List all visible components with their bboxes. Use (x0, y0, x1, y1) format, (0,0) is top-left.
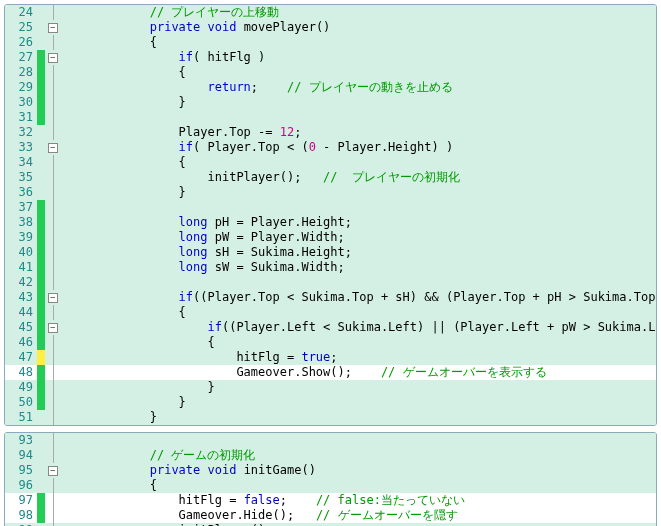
code-text[interactable]: if( hitFlg ) (63, 50, 656, 65)
line-number: 37 (5, 200, 37, 215)
code-line[interactable]: 25 private void movePlayer() (5, 20, 656, 35)
line-number: 48 (5, 365, 37, 380)
code-line[interactable]: 24 // プレイヤーの上移動 (5, 5, 656, 20)
code-line[interactable]: 26 { (5, 35, 656, 50)
code-line[interactable]: 94 // ゲームの初期化 (5, 448, 656, 463)
code-text[interactable] (63, 433, 656, 448)
code-text[interactable]: { (63, 478, 656, 493)
code-text[interactable]: // ゲームの初期化 (63, 448, 656, 463)
code-line[interactable]: 44 { (5, 305, 656, 320)
code-text[interactable]: private void initGame() (63, 463, 656, 478)
code-text[interactable]: } (63, 95, 656, 110)
code-line[interactable]: 48 Gameover.Show(); // ゲームオーバーを表示する (5, 365, 656, 380)
line-number: 51 (5, 410, 37, 425)
code-text[interactable]: if((Player.Top < Sukima.Top + sH) && (Pl… (63, 290, 656, 305)
code-line[interactable]: 42 (5, 275, 656, 290)
code-text[interactable]: if((Player.Left < Sukima.Left) || (Playe… (63, 320, 656, 335)
fold-toggle-icon[interactable] (45, 463, 63, 478)
fold-guide (45, 155, 63, 170)
code-text[interactable]: { (63, 335, 656, 350)
fold-toggle-icon[interactable] (45, 320, 63, 335)
code-line[interactable]: 45 if((Player.Left < Sukima.Left) || (Pl… (5, 320, 656, 335)
code-line[interactable]: 41 long sW = Sukima.Width; (5, 260, 656, 275)
change-marker (37, 260, 45, 275)
code-text[interactable]: } (63, 410, 656, 425)
fold-guide (45, 95, 63, 110)
code-line[interactable]: 31 (5, 110, 656, 125)
code-text[interactable]: hitFlg = false; // false:当たっていない (63, 493, 656, 508)
code-text[interactable]: Gameover.Hide(); // ゲームオーバーを隠す (63, 508, 656, 523)
code-text[interactable]: long pW = Player.Width; (63, 230, 656, 245)
code-line[interactable]: 43 if((Player.Top < Sukima.Top + sH) && … (5, 290, 656, 305)
code-line[interactable]: 27 if( hitFlg ) (5, 50, 656, 65)
line-number: 93 (5, 433, 37, 448)
change-marker (37, 230, 45, 245)
change-marker (37, 463, 45, 478)
line-number: 49 (5, 380, 37, 395)
code-line[interactable]: 30 } (5, 95, 656, 110)
code-text[interactable]: Gameover.Show(); // ゲームオーバーを表示する (63, 365, 656, 380)
code-line[interactable]: 50 } (5, 395, 656, 410)
line-number: 24 (5, 5, 37, 20)
code-text[interactable]: private void movePlayer() (63, 20, 656, 35)
code-line[interactable]: 93 (5, 433, 656, 448)
code-line[interactable]: 51 } (5, 410, 656, 425)
code-block-2: 9394 // ゲームの初期化95 private void initGame(… (4, 432, 657, 526)
code-text[interactable]: hitFlg = true; (63, 350, 656, 365)
code-line[interactable]: 37 (5, 200, 656, 215)
code-line[interactable]: 29 return; // プレイヤーの動きを止める (5, 80, 656, 95)
fold-guide (45, 380, 63, 395)
fold-toggle-icon[interactable] (45, 50, 63, 65)
code-text[interactable]: } (63, 395, 656, 410)
code-line[interactable]: 36 } (5, 185, 656, 200)
code-line[interactable]: 47 hitFlg = true; (5, 350, 656, 365)
code-line[interactable]: 32 Player.Top -= 12; (5, 125, 656, 140)
change-marker (37, 110, 45, 125)
change-marker (37, 335, 45, 350)
line-number: 27 (5, 50, 37, 65)
code-text[interactable] (63, 275, 656, 290)
line-number: 98 (5, 508, 37, 523)
code-text[interactable]: if( Player.Top < (0 - Player.Height) ) (63, 140, 656, 155)
code-text[interactable]: initPlayer(); // プレイヤーの初期化 (63, 170, 656, 185)
code-line[interactable]: 35 initPlayer(); // プレイヤーの初期化 (5, 170, 656, 185)
code-text[interactable] (63, 200, 656, 215)
code-text[interactable]: } (63, 185, 656, 200)
code-text[interactable]: { (63, 155, 656, 170)
change-marker (37, 493, 45, 508)
change-marker (37, 185, 45, 200)
code-line[interactable]: 95 private void initGame() (5, 463, 656, 478)
code-text[interactable]: { (63, 305, 656, 320)
code-text[interactable]: long pH = Player.Height; (63, 215, 656, 230)
code-text[interactable]: { (63, 65, 656, 80)
code-text[interactable]: return; // プレイヤーの動きを止める (63, 80, 656, 95)
fold-guide (45, 335, 63, 350)
code-line[interactable]: 97 hitFlg = false; // false:当たっていない (5, 493, 656, 508)
code-block-1: 24 // プレイヤーの上移動25 private void movePlaye… (4, 4, 657, 426)
fold-toggle-icon[interactable] (45, 140, 63, 155)
code-line[interactable]: 39 long pW = Player.Width; (5, 230, 656, 245)
code-text[interactable]: // プレイヤーの上移動 (63, 5, 656, 20)
code-line[interactable]: 49 } (5, 380, 656, 395)
fold-toggle-icon[interactable] (45, 20, 63, 35)
line-number: 39 (5, 230, 37, 245)
code-text[interactable]: } (63, 380, 656, 395)
fold-toggle-icon[interactable] (45, 290, 63, 305)
code-line[interactable]: 46 { (5, 335, 656, 350)
code-line[interactable]: 96 { (5, 478, 656, 493)
change-marker (37, 380, 45, 395)
code-line[interactable]: 28 { (5, 65, 656, 80)
code-line[interactable]: 38 long pH = Player.Height; (5, 215, 656, 230)
change-marker (37, 365, 45, 380)
fold-guide (45, 350, 63, 365)
code-line[interactable]: 40 long sH = Sukima.Height; (5, 245, 656, 260)
code-text[interactable]: long sW = Sukima.Width; (63, 260, 656, 275)
code-text[interactable]: { (63, 35, 656, 50)
code-line[interactable]: 34 { (5, 155, 656, 170)
code-text[interactable] (63, 110, 656, 125)
code-text[interactable]: long sH = Sukima.Height; (63, 245, 656, 260)
change-marker (37, 275, 45, 290)
code-line[interactable]: 33 if( Player.Top < (0 - Player.Height) … (5, 140, 656, 155)
code-line[interactable]: 98 Gameover.Hide(); // ゲームオーバーを隠す (5, 508, 656, 523)
code-text[interactable]: Player.Top -= 12; (63, 125, 656, 140)
